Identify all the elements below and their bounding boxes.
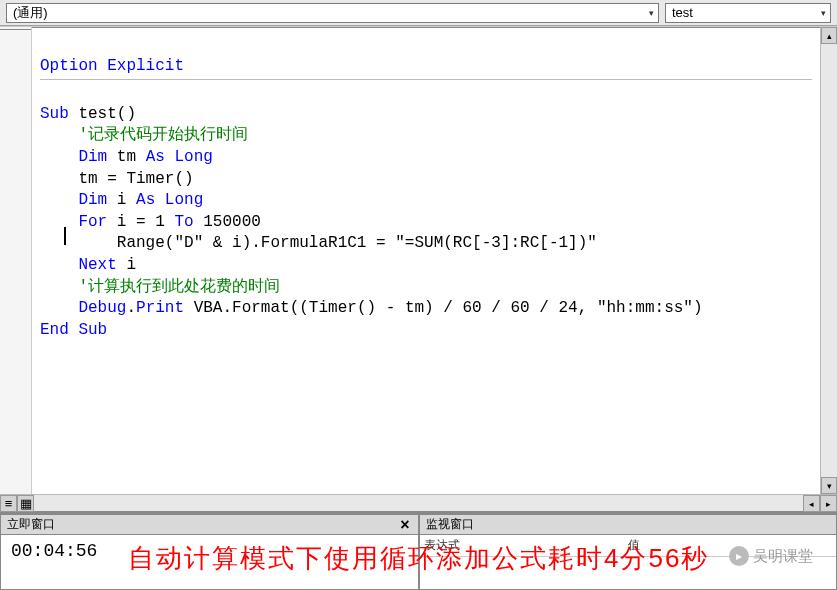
watch-panel-title: 监视窗口: [426, 516, 474, 533]
code-line: Range("D" & i).FormulaR1C1 = "=SUM(RC[-3…: [40, 234, 597, 252]
code-token: i = 1: [107, 213, 174, 231]
code-token: As Long: [136, 191, 203, 209]
cursor-indicator: [64, 227, 66, 245]
code-token: Next: [40, 256, 117, 274]
horizontal-scroll-track[interactable]: [34, 495, 803, 511]
code-token: Print: [136, 299, 184, 317]
code-token: As Long: [146, 148, 213, 166]
immediate-panel-header[interactable]: 立即窗口 ×: [1, 515, 418, 535]
margin-gutter[interactable]: [0, 27, 32, 494]
scroll-right-button[interactable]: ▸: [820, 495, 837, 512]
gutter-border: [0, 27, 31, 30]
code-line: End Sub: [40, 321, 107, 339]
chevron-down-icon: ▾: [649, 8, 654, 18]
watermark: ▸ 吴明课堂: [729, 546, 813, 566]
watch-panel-header[interactable]: 监视窗口: [420, 515, 837, 535]
immediate-panel-title: 立即窗口: [7, 516, 55, 533]
code-token: i: [117, 256, 136, 274]
code-token: Sub: [40, 105, 69, 123]
code-token: Dim: [40, 191, 107, 209]
top-bar: (通用) ▾ test ▾: [0, 0, 837, 26]
horizontal-scrollbar-row: ≡ ▦ ◂ ▸: [0, 494, 837, 511]
chevron-down-icon: ▾: [821, 8, 826, 18]
object-dropdown[interactable]: (通用) ▾: [6, 3, 659, 23]
annotation-overlay: 自动计算模式下使用循环添加公式耗时4分56秒: [128, 541, 709, 576]
procedure-dropdown-value: test: [672, 5, 693, 20]
scroll-track[interactable]: [821, 44, 837, 477]
code-line: Option Explicit: [40, 57, 184, 75]
code-editor[interactable]: Option Explicit Sub test() '记录代码开始执行时间 D…: [32, 27, 820, 494]
wechat-icon: ▸: [729, 546, 749, 566]
scroll-up-button[interactable]: ▴: [821, 27, 837, 44]
code-token: Dim: [40, 148, 107, 166]
code-comment: '记录代码开始执行时间: [40, 126, 248, 144]
code-token: tm: [107, 148, 145, 166]
procedure-view-button[interactable]: ≡: [0, 495, 17, 512]
code-line: tm = Timer(): [40, 170, 194, 188]
scroll-left-button[interactable]: ◂: [803, 495, 820, 512]
code-comment: '计算执行到此处花费的时间: [40, 278, 280, 296]
watermark-text: 吴明课堂: [753, 547, 813, 566]
procedure-divider: [40, 79, 812, 80]
full-module-view-button[interactable]: ▦: [17, 495, 34, 512]
object-dropdown-value: (通用): [13, 4, 48, 22]
code-token: .: [126, 299, 136, 317]
close-icon[interactable]: ×: [398, 516, 411, 534]
procedure-dropdown[interactable]: test ▾: [665, 3, 831, 23]
code-token: To: [174, 213, 193, 231]
code-token: Debug: [40, 299, 126, 317]
vertical-scrollbar[interactable]: ▴ ▾: [820, 27, 837, 494]
code-token: 150000: [194, 213, 261, 231]
editor-area: Option Explicit Sub test() '记录代码开始执行时间 D…: [0, 26, 837, 494]
code-token: i: [107, 191, 136, 209]
code-token: For: [40, 213, 107, 231]
code-token: test(): [69, 105, 136, 123]
scroll-down-button[interactable]: ▾: [821, 477, 837, 494]
code-token: VBA.Format((Timer() - tm) / 60 / 60 / 24…: [184, 299, 702, 317]
